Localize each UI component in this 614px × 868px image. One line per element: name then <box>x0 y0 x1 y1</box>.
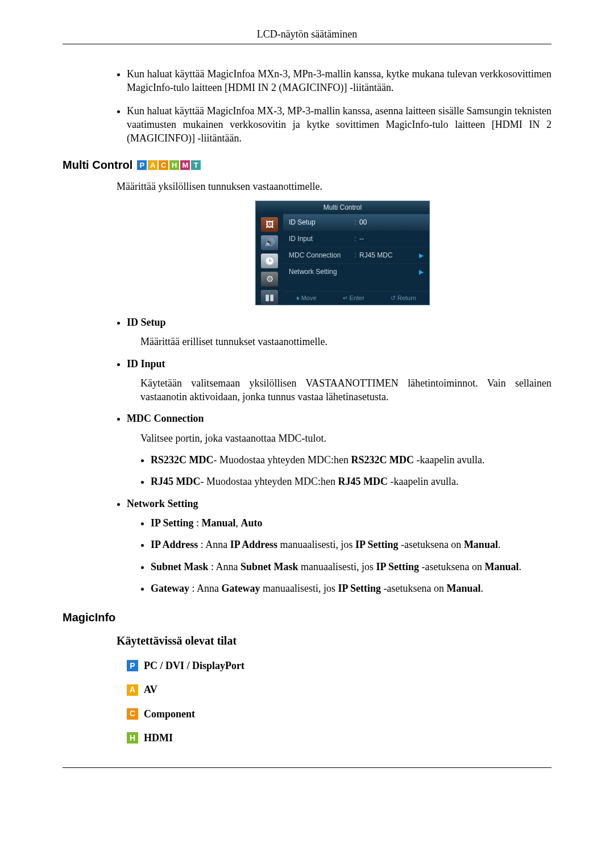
osd-row-label: MDC Connection <box>289 251 351 260</box>
badge-m-icon: M <box>180 160 190 170</box>
osd-row-colon: : <box>351 218 359 227</box>
osd-footer: ♦Move ↵Enter ↺Return <box>283 291 429 305</box>
mode-item: A AV <box>127 683 551 696</box>
mode-label: HDMI <box>144 731 173 745</box>
chevron-right-icon: ▶ <box>419 268 424 276</box>
item-desc: Määrittää erilliset tunnukset vastaanott… <box>140 335 551 348</box>
osd-row-label: Network Setting <box>289 267 351 276</box>
item-desc: Valitsee portin, joka vastaanottaa MDC-t… <box>140 431 551 445</box>
osd-setup-icon: ⚙ <box>261 272 278 286</box>
available-modes-list: P PC / DVI / DisplayPort A AV C Componen… <box>117 659 551 745</box>
enter-icon: ↵ <box>343 294 348 301</box>
header-rule <box>63 44 551 44</box>
badge-p-icon: P <box>127 660 138 671</box>
mode-item: H HDMI <box>127 731 551 745</box>
available-modes-heading: Käytettävissä olevat tilat <box>117 633 551 649</box>
return-icon: ↺ <box>391 294 396 301</box>
mdc-options: RS232C MDC- Muodostaa yhteyden MDC:hen R… <box>127 453 551 489</box>
osd-sound-icon: 🔊 <box>261 235 278 250</box>
osd-row-id-setup: ID Setup : 00 <box>283 214 429 230</box>
item-title: Network Setting <box>127 498 198 509</box>
net-opt-subnet-mask: Subnet Mask : Anna Subnet Mask manuaalis… <box>151 560 551 574</box>
mode-label: Component <box>144 707 195 721</box>
item-mdc-connection: MDC Connection Valitsee portin, joka vas… <box>127 412 551 488</box>
badge-a-icon: A <box>148 160 157 170</box>
mode-label: PC / DVI / DisplayPort <box>144 659 244 672</box>
osd-row-label: ID Input <box>289 234 351 243</box>
item-desc: Käytetään valitsemaan yksilöllisen VASTA… <box>140 376 551 404</box>
osd-footer-enter: ↵Enter <box>343 294 364 302</box>
osd-row-value: 00 <box>359 218 424 227</box>
item-id-input: ID Input Käytetään valitsemaan yksilölli… <box>127 357 551 404</box>
mode-item: P PC / DVI / DisplayPort <box>127 659 551 672</box>
multi-control-items: ID Setup Määrittää erilliset tunnukset v… <box>117 315 551 595</box>
intro-bullet: Kun haluat käyttää MagicInfoa MX-3, MP-3… <box>127 104 551 146</box>
osd-menu: Multi Control 🖼 🔊 🕒 ⚙ ▮▮ ID Setup : 00 <box>255 201 430 305</box>
osd-row-network-setting: Network Setting ▶ <box>283 263 429 280</box>
mdc-opt-rs232c: RS232C MDC- Muodostaa yhteyden MDC:hen R… <box>151 453 551 467</box>
item-title: ID Input <box>127 358 165 369</box>
item-network-setting: Network Setting IP Setting : Manual, Aut… <box>127 497 551 595</box>
badge-h-icon: H <box>169 160 179 170</box>
mode-badge-row: P A C H M T <box>137 160 201 170</box>
osd-row-colon: : <box>351 234 359 243</box>
osd-row-id-input: ID Input : -- <box>283 230 429 247</box>
osd-sidebar: 🖼 🔊 🕒 ⚙ ▮▮ <box>256 214 283 305</box>
osd-row-value: -- <box>359 234 424 243</box>
footer-rule <box>63 767 551 768</box>
badge-h-icon: H <box>127 732 138 744</box>
osd-picture-icon: 🖼 <box>261 217 278 232</box>
osd-multi-icon: ▮▮ <box>261 290 278 305</box>
multi-control-heading-text: Multi Control <box>63 159 132 172</box>
net-opt-ip-address: IP Address : Anna IP Address manuaalises… <box>151 538 551 551</box>
badge-c-icon: C <box>127 708 138 720</box>
intro-bullet: Kun haluat käyttää MagicInfoa MXn-3, MPn… <box>127 67 551 95</box>
badge-p-icon: P <box>137 160 147 170</box>
multi-control-heading: Multi Control P A C H M T <box>63 159 551 172</box>
intro-bullet-list: Kun haluat käyttää MagicInfoa MXn-3, MPn… <box>117 67 551 145</box>
osd-clock-icon: 🕒 <box>261 254 278 268</box>
osd-row-mdc-connection: MDC Connection : RJ45 MDC ▶ <box>283 247 429 263</box>
osd-footer-move: ♦Move <box>296 294 317 302</box>
osd-title: Multi Control <box>256 201 429 214</box>
mode-item: C Component <box>127 707 551 721</box>
multi-control-intro: Määrittää yksilöllisen tunnuksen vastaan… <box>117 180 551 193</box>
mdc-opt-rj45: RJ45 MDC- Muodostaa yhteyden MDC:hen RJ4… <box>151 475 551 488</box>
item-title: MDC Connection <box>127 413 204 424</box>
mode-label: AV <box>144 683 157 696</box>
osd-main: ID Setup : 00 ID Input : -- MDC Connecti… <box>283 214 429 305</box>
magicinfo-heading: MagicInfo <box>63 611 551 624</box>
badge-a-icon: A <box>127 684 138 696</box>
item-title: ID Setup <box>127 317 166 328</box>
item-id-setup: ID Setup Määrittää erilliset tunnukset v… <box>127 315 551 349</box>
badge-t-icon: T <box>191 160 201 170</box>
osd-row-label: ID Setup <box>289 218 351 227</box>
net-opt-gateway: Gateway : Anna Gateway manuaalisesti, jo… <box>151 582 551 595</box>
net-opt-ip-setting: IP Setting : Manual, Auto <box>151 516 551 530</box>
network-options: IP Setting : Manual, Auto IP Address : A… <box>127 516 551 595</box>
osd-row-colon: : <box>351 251 359 260</box>
updown-icon: ♦ <box>296 294 300 301</box>
page-header-title: LCD-näytön säätäminen <box>63 28 551 40</box>
osd-row-value: RJ45 MDC <box>359 251 419 260</box>
chevron-right-icon: ▶ <box>419 251 424 260</box>
osd-footer-return: ↺Return <box>391 294 416 302</box>
badge-c-icon: C <box>159 160 168 170</box>
